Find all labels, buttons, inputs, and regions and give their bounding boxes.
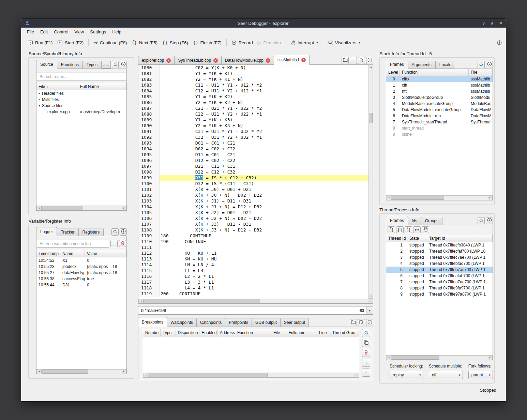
interrupt-button[interactable]: Interrupt▾ [288,39,320,47]
tab-source[interactable]: Source [36,60,57,69]
thread-row[interactable]: 6stoppedThread 0x7fffeafab700 (LWP 1 [386,273,493,279]
column-name[interactable]: Name [60,250,85,257]
tab-catchpoints[interactable]: Catchpoints [196,318,225,327]
editor-hscrollbar[interactable]: ◂ ▸ [138,299,373,303]
scroll-left-icon[interactable]: ◂ [387,196,391,200]
gdb-command-input[interactable]: b *main+199 [138,306,357,314]
thread-row[interactable]: 1stoppedThread 0x7fffecfb3840 (LWP 1 [386,242,493,248]
close-tab-icon[interactable]: ✕ [166,58,171,63]
column-function[interactable]: Function [235,329,271,336]
code-line[interactable]: 1084 C12 = U11 * Y2 + U12 * Y1 [138,88,368,94]
thread-row[interactable]: 8stoppedThread 0x7fffe9fa9700 (LWP 1 [386,285,493,291]
tab-tracker[interactable]: Tracker [57,228,78,236]
tab-printpoints[interactable]: Printpoints [225,318,252,327]
close-tab-icon[interactable]: ✕ [266,58,270,63]
breakpoints-remove-button[interactable]: − [362,369,370,377]
logger-hscrollbar[interactable]: ◂ ▸ [36,369,126,374]
code-line[interactable]: 1119200 CONTINUE [138,291,368,297]
scroll-up-icon[interactable]: ▴ [369,65,373,69]
thread-row[interactable]: 9stoppedThread 0x7fffe97a8700 (LWP 1 [386,291,493,297]
variable-info-button[interactable] [120,228,127,236]
stack-hscrollbar[interactable]: ◂ ▸ [386,195,493,200]
code-line[interactable]: 1109180 CONTINUE [138,233,368,239]
source-refresh-button[interactable] [112,61,119,68]
code-line[interactable]: 1112 KU = KU + L1 [138,250,368,256]
scroll-right-icon[interactable]: ▸ [354,373,359,377]
column-disposition[interactable]: Disposition [176,329,200,336]
tree-item[interactable]: ▸Header files [36,90,126,96]
code-line[interactable]: 1097 D21 = C11 + C31 [138,163,368,169]
tree-item[interactable]: ▸Misc files [36,96,126,103]
thread-continue-button[interactable]: ↦ [413,226,421,233]
code-line[interactable]: 1090 Y2 = Y(K + K3 + N) [138,123,368,129]
search-regex-input[interactable] [37,73,126,80]
menu-help[interactable]: Help [109,28,124,35]
column-target-id[interactable]: Target Id [427,235,493,242]
tree-item[interactable]: ▾Source files [36,103,126,109]
code-line[interactable]: 1108 X(K + J3 + N) = D12 - D32 [138,227,368,233]
toolbar-info-button[interactable] [497,40,502,45]
column-fullname[interactable]: Fullname [286,329,317,336]
editor-search-button[interactable] [358,57,365,64]
column-state[interactable]: State [407,235,427,242]
code-line[interactable]: 1095 D11 = C01 - C21 [138,152,368,158]
close-tab-icon[interactable]: ✕ [301,58,306,62]
maximize-button[interactable]: ∧ [491,21,494,26]
code-line[interactable]: 1081 Y1 = Y(K + K1) [138,71,368,76]
code-line[interactable]: 1115 L1 = L4 [138,268,368,273]
thread-hscrollbar[interactable]: ◂ ▸ [386,355,493,360]
stack-frame-row[interactable]: 9clone [386,131,493,137]
code-line[interactable]: 1113 KN = KU + NU [138,256,368,262]
code-line[interactable]: 1105 X(K + J2) = D01 - D21 [138,210,368,215]
thread-row[interactable]: 2stoppedThread 0x7fffecfaf700 (LWP 18 [386,248,493,254]
column-value[interactable]: Value [85,250,126,257]
fork-follows-select[interactable]: parent ▾ [468,371,493,379]
thread-row[interactable]: 7stoppedThread 0x7fffea7aa700 (LWP 1 [386,279,493,285]
code-line[interactable]: 1086 Y2 = Y(K + K2 + N) [138,100,368,105]
editor-info-button[interactable] [366,57,373,64]
code-line[interactable]: 1093 D01 = C01 + C21 [138,140,368,146]
chevron-right-icon[interactable]: ▸ [37,98,42,101]
code-view[interactable]: 1080 C02 = Y(K + K0 + N)1081 Y1 = Y(K + … [138,65,368,299]
run-button[interactable]: Run (F1) [25,39,55,47]
clear-command-icon[interactable] [357,306,366,314]
column-number[interactable]: Number [143,329,161,336]
breakpoints-delete-button[interactable] [362,349,370,357]
logger-row[interactable]: 10:55:44D310 [36,282,126,288]
column-full-name[interactable]: Full Name [78,83,126,90]
column-file[interactable]: File [469,69,493,76]
code-line[interactable]: 1111 [138,244,368,250]
tab-scroll-right-icon[interactable]: ▸ [106,61,111,69]
tab-registers[interactable]: Registers [78,228,104,236]
record-button[interactable]: Record [229,39,255,47]
column-line[interactable]: Line [317,329,330,336]
column-thread-grou[interactable]: Thread Grou [330,329,359,336]
column-timestamp[interactable]: Timestamp [36,250,60,257]
thread-interrupt-button[interactable] [422,226,429,233]
scroll-right-icon[interactable]: ▸ [488,356,492,360]
stack-frame-row[interactable]: 2rfftsssMathlib [386,88,493,94]
thread-row[interactable]: 3stoppedThread 0x7fffec7ae700 (LWP 1 [386,254,493,260]
breakpoints-panel-open-file-button[interactable] [350,319,357,326]
chevron-down-icon[interactable]: ▾ [37,104,42,107]
tab-types[interactable]: Types [82,61,102,69]
scroll-left-icon[interactable]: ◂ [139,299,143,303]
editor-close-button[interactable]: − [350,57,357,64]
thread-refresh-button[interactable] [478,217,485,224]
finish-button[interactable]: {}↑Finish (F7) [191,39,224,47]
scroll-left-icon[interactable]: ◂ [144,373,148,377]
scroll-left-icon[interactable]: ◂ [37,206,41,210]
column-address[interactable]: Address [218,329,235,336]
code-line[interactable]: 1088 C22 = U21 * Y2 + U22 * Y1 [138,111,368,117]
code-line[interactable]: 1104 X(K + J1 + N) = D12 + D32 [138,204,368,210]
thread-finish-button[interactable]: {}↑ [405,226,412,233]
thread-step-button[interactable]: {}↓ [396,226,404,233]
code-line[interactable]: 1080 C02 = Y(K + K0 + N) [138,65,368,71]
logger-row[interactable]: 10:54:52X10 [36,257,126,264]
tab-functions[interactable]: Functions [57,61,83,69]
tab-seer-output[interactable]: Seer output [280,318,309,327]
next-button[interactable]: {}→Next (F5) [129,39,160,47]
editor-tab-systhreadlib-cpp[interactable]: SysThreadLib.cpp✕ [174,56,222,65]
tab-watchpoints[interactable]: Watchpoints [167,318,197,327]
breakpoints-hscrollbar[interactable]: ◂ ▸ [143,373,359,377]
